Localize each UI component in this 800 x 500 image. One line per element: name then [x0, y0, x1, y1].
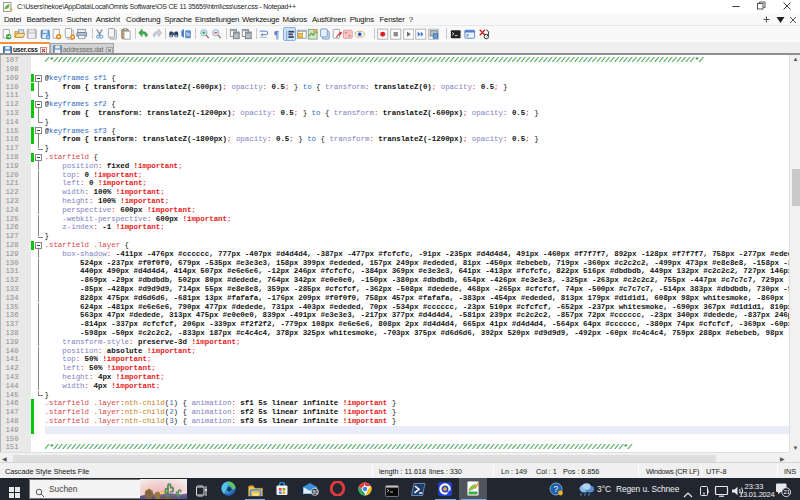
svg-text:b: b — [186, 30, 190, 37]
svg-text:80: 80 — [312, 489, 318, 495]
svg-text:21: 21 — [783, 489, 790, 495]
svg-text:¶: ¶ — [274, 29, 279, 40]
svg-text:?: ? — [554, 484, 559, 494]
